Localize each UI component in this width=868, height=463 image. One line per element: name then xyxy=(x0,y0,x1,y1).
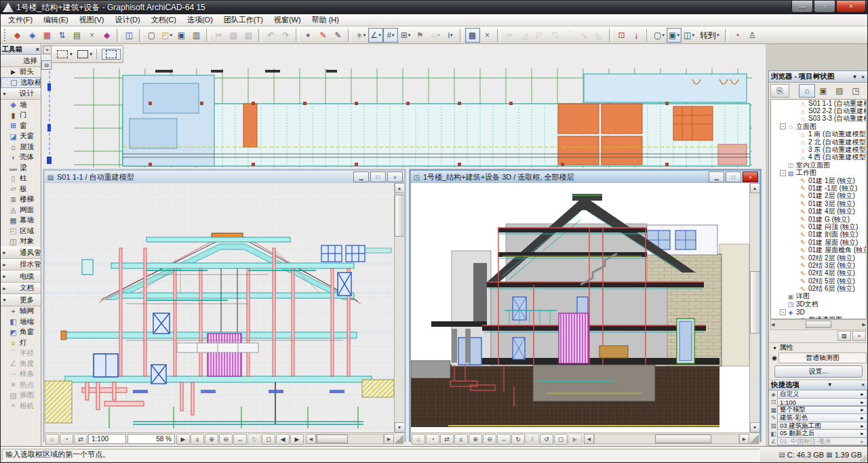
trim-elements-icon[interactable]: ✂ xyxy=(502,28,517,43)
menu-design[interactable]: 设计(D) xyxy=(110,14,144,26)
qo-layer-combination[interactable]: ▤03 建筑施工图► xyxy=(769,422,868,430)
stretch-icon[interactable]: ◺ xyxy=(592,28,607,43)
qo-scale[interactable]: ⊡1:100► xyxy=(769,398,868,406)
tree-item-elev-north[interactable]: ⌂2 北 (自动重建模型) xyxy=(771,138,866,146)
orbit-icon[interactable]: ◔ xyxy=(730,28,745,43)
teamwork-share-icon[interactable]: ▦ xyxy=(40,28,55,43)
open-file-icon[interactable]: ◰▾ xyxy=(159,28,174,43)
toolbar-sep[interactable] xyxy=(258,28,262,42)
arrange-icon[interactable]: ⇄ xyxy=(440,434,454,445)
qo-dimension-style[interactable]: ∠01. 中国标注-毫米► xyxy=(769,437,868,445)
teamwork-send-receive-icon[interactable]: ⇅ xyxy=(55,28,70,43)
toolbar-sep[interactable] xyxy=(206,28,210,42)
element-snap-icon[interactable]: ⊡ xyxy=(614,28,629,43)
teamwork-changes-icon[interactable]: ▤ xyxy=(70,28,85,43)
tree-node-elevations[interactable]: −⌂立面图 xyxy=(771,123,866,130)
tree-item-ws-01j-roof[interactable]: ✎01建 屋面 (独立) xyxy=(771,239,866,246)
tool-zone[interactable]: ◰区域 xyxy=(1,226,41,237)
zoom-in-icon[interactable]: ⊕ xyxy=(469,434,482,445)
tool-radius[interactable]: ⌒半径 xyxy=(1,348,41,359)
menu-view[interactable]: 视图(V) xyxy=(75,14,109,26)
redo-icon[interactable]: ↷ xyxy=(279,28,294,43)
section-maximize-button[interactable]: □ xyxy=(370,172,386,182)
toolbox-group-document[interactable]: ►文档 xyxy=(1,283,41,295)
qo-renovation-filter[interactable]: ◧05 翻新之后► xyxy=(769,430,868,438)
menu-teamwork[interactable]: 团队工作(T) xyxy=(219,14,268,26)
tree-item-elev-east[interactable]: ⌂3 东 (自动重建模型) xyxy=(771,146,866,153)
navigator-new-item-button[interactable]: ▨ xyxy=(837,331,851,341)
toolbar-sep[interactable] xyxy=(139,28,142,42)
tree-item-s02[interactable]: ⌂S02 2-2 (自动重建模型) xyxy=(771,107,866,115)
settings-button[interactable]: 设置... xyxy=(774,365,863,378)
pick-up-parameters-icon[interactable]: ⌖ xyxy=(301,28,316,43)
app-icon[interactable] xyxy=(3,3,14,12)
tool-camera[interactable]: ⌖相机 xyxy=(1,401,41,411)
zoom-step-icon[interactable]: ± xyxy=(191,434,204,445)
toolbox-group-select[interactable]: 选择 xyxy=(1,55,41,67)
arrange-icon[interactable]: ⇄ xyxy=(74,434,87,445)
toolbar-sep[interactable] xyxy=(497,28,500,42)
virtual-trace-icon[interactable]: ▩ xyxy=(465,28,480,43)
next-zoom-icon[interactable]: ▶ xyxy=(568,434,582,445)
view-map-button[interactable]: ▣ xyxy=(815,84,831,98)
tree-item-ws-01j-b1f[interactable]: ✎01建 -1层 (独立) xyxy=(771,184,866,192)
quick-options-popup-icon[interactable]: ◔ xyxy=(426,434,439,445)
menu-options[interactable]: 选项(O) xyxy=(182,14,218,26)
marquee-poly-button[interactable]: ▾ xyxy=(54,49,74,59)
project-sharing-icon[interactable]: ◫ xyxy=(122,28,137,43)
tree-item-ws-02s-5f[interactable]: ✎02结 5层 (独立) xyxy=(771,277,866,285)
tree-item-ws-02s-6f[interactable]: ✎02结 6层 (独立) xyxy=(771,285,866,292)
tree-item-ws-02s-2f[interactable]: ✎02结 2层 (独立) xyxy=(771,254,866,262)
menu-help[interactable]: 帮助 (H) xyxy=(307,14,344,26)
pan-icon[interactable]: ↔ xyxy=(233,434,247,445)
tree-item-elev-south[interactable]: ⌂1 南 (自动重建模型) xyxy=(771,131,866,138)
quick-options-collapse-icon[interactable]: ▼ xyxy=(826,382,834,388)
menu-document[interactable]: 文档(C) xyxy=(146,14,181,26)
coordinate-constraint-icon[interactable]: #▾ xyxy=(383,28,398,43)
tree-item-elev-west[interactable]: ⌂4 西 (自动重建模型) xyxy=(771,154,866,161)
quick-options-popup-icon[interactable]: ◔ xyxy=(60,434,73,445)
tool-grid[interactable]: +轴网 xyxy=(1,306,41,317)
tree-item-ws-01j-section[interactable]: ✎01建 剖面 (独立) xyxy=(771,231,866,239)
teamwork-leave-icon[interactable]: × xyxy=(85,28,100,43)
qo-structure-display[interactable]: ▦整个模型► xyxy=(769,406,868,414)
layout-book-button[interactable]: ▤ xyxy=(831,84,848,98)
paste-icon[interactable]: ▨ xyxy=(241,28,256,43)
section-hscrollbar[interactable]: ◀▶ xyxy=(306,435,394,444)
trace-off-icon[interactable]: × xyxy=(480,28,495,43)
floor-plan-canvas[interactable]: × ⊟ ▾ ▾ ▤ S01 1-1 / 自动重建模型 ▁ □ × xyxy=(41,44,766,446)
navigator-delete-button[interactable]: × xyxy=(852,331,866,341)
tool-object[interactable]: ◫对象 xyxy=(1,237,41,247)
toolbox-group-pipe[interactable]: ►排水管 xyxy=(1,259,41,271)
model-view-options-icon[interactable]: ⌂ xyxy=(45,434,59,445)
tree-item-ws-01j-4f[interactable]: ✎01建 4层 (独立) xyxy=(771,207,866,215)
explore-icon[interactable]: ♙ xyxy=(526,434,539,445)
tool-slab[interactable]: ▱板 xyxy=(1,184,41,195)
section-window-icon[interactable]: ◫▾ xyxy=(682,28,696,43)
tree-node-details[interactable]: ▣详图 xyxy=(771,293,866,300)
teamwork-open-icon[interactable]: ◈ xyxy=(25,28,40,43)
menu-edit[interactable]: 编辑(E) xyxy=(39,14,73,26)
section-vscrollbar[interactable]: ▲ ▼ xyxy=(394,183,404,432)
tool-angle[interactable]: ∠角度 xyxy=(1,359,41,369)
tool-roof[interactable]: ⌂屋顶 xyxy=(1,142,41,153)
toolbar-sep[interactable] xyxy=(117,28,120,42)
teamwork-new-icon[interactable]: ◆ xyxy=(10,28,25,43)
tree-item-s03[interactable]: ⌂S03 3-3 (自动重建模型) xyxy=(771,115,866,123)
pen-icon[interactable]: ✎ xyxy=(331,28,346,43)
tool-column[interactable]: ▯柱 xyxy=(1,174,41,184)
window-3d-icon[interactable]: ▣▾ xyxy=(667,28,682,43)
toolbar-sep[interactable] xyxy=(348,28,351,42)
info-icon[interactable]: i▾ xyxy=(443,28,458,43)
zoom-out-icon[interactable]: ⊖ xyxy=(219,434,233,445)
inject-parameters-icon[interactable]: ✎ xyxy=(316,28,331,43)
tree-item-ws-01j-2f[interactable]: ✎01建 2层 (独立) xyxy=(771,193,866,200)
view3d-resize-grip[interactable] xyxy=(749,435,759,444)
tree-item-ws-01j-eave[interactable]: ✎01建 屋面檐角 (独立) xyxy=(771,246,866,254)
navigator-popup-button[interactable]: ⎘ xyxy=(770,84,789,98)
resize-icon[interactable]: ↘ xyxy=(577,28,592,43)
toolbox-group-duct[interactable]: ►通风管 xyxy=(1,247,41,259)
toolbox-group-design[interactable]: ▼设计 xyxy=(1,88,41,100)
tree-item-ws-01j-attic[interactable]: ✎01建 闷顶 (独立) xyxy=(771,223,866,230)
tool-arrow[interactable]: ►箭头 xyxy=(1,67,41,78)
